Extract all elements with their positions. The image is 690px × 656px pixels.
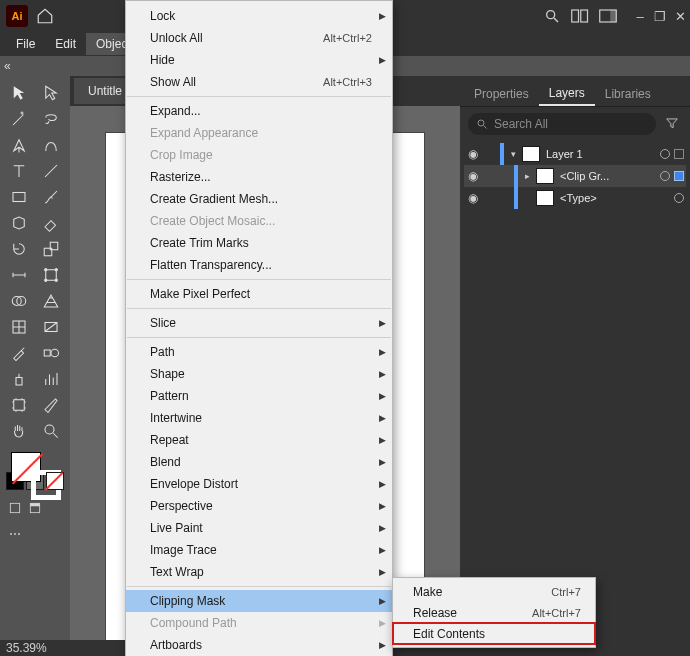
symbol-sprayer-tool[interactable] (3, 366, 35, 392)
menu-item[interactable]: Create Trim Marks (126, 232, 392, 254)
eyedropper-tool[interactable] (3, 340, 35, 366)
window-minimize-button[interactable]: – (630, 6, 650, 26)
layer-row[interactable]: ◉ ▾ Layer 1 (464, 143, 686, 165)
none-mode-button[interactable] (46, 472, 64, 490)
layer-disclosure-button[interactable]: ▸ (520, 171, 534, 181)
gradient-icon (42, 318, 60, 336)
rectangle-tool[interactable] (3, 184, 35, 210)
zoom-level-display[interactable]: 35.39% (6, 641, 47, 655)
submenu-item[interactable]: ReleaseAlt+Ctrl+7 (393, 602, 595, 623)
search-button[interactable] (538, 2, 566, 30)
layer-row[interactable]: ◉ <Type> (464, 187, 686, 209)
panel-tab-properties[interactable]: Properties (464, 83, 539, 105)
menu-item[interactable]: Unlock AllAlt+Ctrl+2 (126, 27, 392, 49)
screen-mode-button[interactable] (27, 500, 43, 516)
submenu-item[interactable]: Edit Contents (393, 623, 595, 644)
menu-item[interactable]: Lock▶ (126, 5, 392, 27)
menu-item[interactable]: Live Paint▶ (126, 517, 392, 539)
zoom-tool[interactable] (35, 418, 67, 444)
layer-filter-button[interactable] (662, 116, 682, 133)
svg-line-27 (484, 126, 487, 129)
paintbrush-tool[interactable] (35, 184, 67, 210)
column-graph-tool[interactable] (35, 366, 67, 392)
layer-target-button[interactable] (674, 193, 684, 203)
curvature-tool[interactable] (35, 132, 67, 158)
eraser-tool[interactable] (35, 210, 67, 236)
line-icon (42, 162, 60, 180)
app-logo[interactable]: Ai (6, 5, 28, 27)
window-close-button[interactable]: ✕ (670, 6, 690, 26)
panel-tab-libraries[interactable]: Libraries (595, 83, 661, 105)
perspective-tool[interactable] (35, 288, 67, 314)
menu-item[interactable]: Shape▶ (126, 363, 392, 385)
menu-item[interactable]: Envelope Distort▶ (126, 473, 392, 495)
panel-tab-layers[interactable]: Layers (539, 82, 595, 106)
layer-search-row: Search All (460, 107, 690, 141)
hand-tool[interactable] (3, 418, 35, 444)
slice-tool[interactable] (35, 392, 67, 418)
pen-tool[interactable] (3, 132, 35, 158)
menu-item[interactable]: Artboards▶ (126, 634, 392, 656)
selection-tool[interactable] (3, 80, 35, 106)
menu-item[interactable]: Make Pixel Perfect (126, 283, 392, 305)
layer-search-input[interactable]: Search All (468, 113, 656, 135)
menu-item[interactable]: Intertwine▶ (126, 407, 392, 429)
type-tool[interactable] (3, 158, 35, 184)
menu-item[interactable]: Repeat▶ (126, 429, 392, 451)
layer-visibility-toggle[interactable]: ◉ (464, 147, 482, 161)
rotate-tool[interactable] (3, 236, 35, 262)
magic-wand-tool[interactable] (3, 106, 35, 132)
menu-item[interactable]: Path▶ (126, 341, 392, 363)
layer-row[interactable]: ◉ ▸ <Clip Gr... (464, 165, 686, 187)
layer-target-button[interactable] (660, 149, 670, 159)
layer-visibility-toggle[interactable]: ◉ (464, 169, 482, 183)
tool-panel: ⋯ (0, 76, 70, 640)
menu-edit[interactable]: Edit (45, 33, 86, 55)
menu-item[interactable]: Flatten Transparency... (126, 254, 392, 276)
panel-tab-bar: Properties Layers Libraries (460, 76, 690, 107)
workspace-switcher-button[interactable] (594, 2, 622, 30)
arrange-windows-button[interactable] (566, 2, 594, 30)
direct-selection-tool[interactable] (35, 80, 67, 106)
edit-toolbar-button[interactable]: ⋯ (7, 526, 23, 542)
menu-item[interactable]: Slice▶ (126, 312, 392, 334)
mesh-tool[interactable] (3, 314, 35, 340)
line-tool[interactable] (35, 158, 67, 184)
menu-item[interactable]: Expand... (126, 100, 392, 122)
menu-item[interactable]: Clipping Mask▶ (126, 590, 392, 612)
artboard-tool[interactable] (3, 392, 35, 418)
menu-item[interactable]: Rasterize... (126, 166, 392, 188)
menu-item[interactable]: Perspective▶ (126, 495, 392, 517)
layer-name-label[interactable]: <Type> (556, 192, 672, 204)
collapse-control-bar-button[interactable]: « (4, 59, 11, 73)
lasso-tool[interactable] (35, 106, 67, 132)
draw-mode-button[interactable] (7, 500, 23, 516)
gradient-tool[interactable] (35, 314, 67, 340)
submenu-item-label: Release (413, 606, 532, 620)
layer-target-button[interactable] (660, 171, 670, 181)
layer-name-label[interactable]: Layer 1 (542, 148, 658, 160)
layer-thumbnail (522, 146, 540, 162)
menu-item[interactable]: Pattern▶ (126, 385, 392, 407)
submenu-arrow-icon: ▶ (379, 55, 386, 65)
menu-item[interactable]: Show AllAlt+Ctrl+3 (126, 71, 392, 93)
scale-tool[interactable] (35, 236, 67, 262)
menu-file[interactable]: File (6, 33, 45, 55)
menu-item[interactable]: Image Trace▶ (126, 539, 392, 561)
layer-disclosure-button[interactable]: ▾ (506, 149, 520, 159)
shaper-tool[interactable] (3, 210, 35, 236)
home-button[interactable] (34, 5, 56, 27)
submenu-item[interactable]: MakeCtrl+7 (393, 581, 595, 602)
blend-tool[interactable] (35, 340, 67, 366)
shape-builder-tool[interactable] (3, 288, 35, 314)
window-restore-button[interactable]: ❐ (650, 6, 670, 26)
menu-item[interactable]: Hide▶ (126, 49, 392, 71)
menu-item: Crop Image (126, 144, 392, 166)
width-tool[interactable] (3, 262, 35, 288)
menu-item[interactable]: Blend▶ (126, 451, 392, 473)
menu-item[interactable]: Text Wrap▶ (126, 561, 392, 583)
layer-visibility-toggle[interactable]: ◉ (464, 191, 482, 205)
menu-item[interactable]: Create Gradient Mesh... (126, 188, 392, 210)
free-transform-tool[interactable] (35, 262, 67, 288)
layer-name-label[interactable]: <Clip Gr... (556, 170, 658, 182)
